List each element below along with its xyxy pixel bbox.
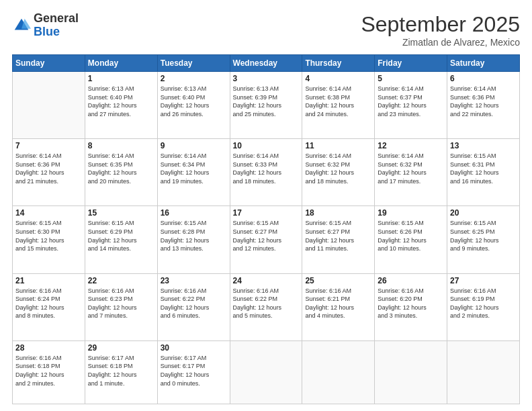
table-row: 19Sunrise: 6:15 AM Sunset: 6:26 PM Dayli… [375, 206, 447, 273]
day-number: 29 [88, 343, 154, 353]
table-row: 13Sunrise: 6:15 AM Sunset: 6:31 PM Dayli… [447, 139, 520, 206]
calendar-week-row: 1Sunrise: 6:13 AM Sunset: 6:40 PM Daylig… [13, 72, 520, 139]
col-thursday: Thursday [302, 55, 375, 72]
page: General Blue September 2025 Zimatlan de … [0, 0, 532, 411]
day-info: Sunrise: 6:15 AM Sunset: 6:27 PM Dayligh… [305, 219, 371, 253]
table-row: 22Sunrise: 6:16 AM Sunset: 6:23 PM Dayli… [85, 273, 157, 340]
day-info: Sunrise: 6:14 AM Sunset: 6:38 PM Dayligh… [305, 85, 371, 118]
table-row: 3Sunrise: 6:13 AM Sunset: 6:39 PM Daylig… [230, 72, 302, 139]
day-info: Sunrise: 6:15 AM Sunset: 6:25 PM Dayligh… [450, 219, 517, 253]
day-info: Sunrise: 6:15 AM Sunset: 6:27 PM Dayligh… [233, 219, 300, 253]
day-number: 28 [15, 343, 82, 353]
table-row: 7Sunrise: 6:14 AM Sunset: 6:36 PM Daylig… [13, 139, 85, 206]
col-wednesday: Wednesday [230, 55, 302, 72]
table-row: 20Sunrise: 6:15 AM Sunset: 6:25 PM Dayli… [447, 206, 520, 273]
table-row: 29Sunrise: 6:17 AM Sunset: 6:18 PM Dayli… [85, 340, 157, 404]
table-row: 23Sunrise: 6:16 AM Sunset: 6:22 PM Dayli… [157, 273, 230, 340]
day-info: Sunrise: 6:15 AM Sunset: 6:29 PM Dayligh… [88, 219, 154, 253]
table-row [375, 340, 447, 404]
day-number: 19 [378, 208, 444, 218]
table-row: 2Sunrise: 6:13 AM Sunset: 6:40 PM Daylig… [157, 72, 230, 139]
day-number: 18 [305, 208, 371, 218]
day-number: 9 [161, 141, 227, 150]
day-number: 14 [15, 208, 82, 218]
day-info: Sunrise: 6:16 AM Sunset: 6:23 PM Dayligh… [88, 287, 154, 320]
day-number: 3 [233, 74, 300, 83]
day-info: Sunrise: 6:14 AM Sunset: 6:33 PM Dayligh… [233, 152, 300, 185]
table-row: 16Sunrise: 6:15 AM Sunset: 6:28 PM Dayli… [157, 206, 230, 273]
table-row [302, 340, 375, 404]
month-title: September 2025 [361, 12, 520, 37]
day-number: 1 [88, 74, 154, 83]
day-number: 20 [450, 208, 517, 218]
table-row: 1Sunrise: 6:13 AM Sunset: 6:40 PM Daylig… [85, 72, 157, 139]
day-info: Sunrise: 6:14 AM Sunset: 6:32 PM Dayligh… [305, 152, 371, 185]
table-row: 12Sunrise: 6:14 AM Sunset: 6:32 PM Dayli… [375, 139, 447, 206]
day-info: Sunrise: 6:14 AM Sunset: 6:35 PM Dayligh… [88, 152, 154, 185]
table-row: 28Sunrise: 6:16 AM Sunset: 6:18 PM Dayli… [13, 340, 85, 404]
day-info: Sunrise: 6:17 AM Sunset: 6:18 PM Dayligh… [88, 354, 154, 387]
table-row [447, 340, 520, 404]
day-number: 25 [305, 276, 371, 285]
table-row: 21Sunrise: 6:16 AM Sunset: 6:24 PM Dayli… [13, 273, 85, 340]
day-number: 21 [15, 276, 82, 285]
table-row: 8Sunrise: 6:14 AM Sunset: 6:35 PM Daylig… [85, 139, 157, 206]
day-info: Sunrise: 6:16 AM Sunset: 6:24 PM Dayligh… [15, 287, 82, 320]
table-row [230, 340, 302, 404]
table-row: 18Sunrise: 6:15 AM Sunset: 6:27 PM Dayli… [302, 206, 375, 273]
title-section: September 2025 Zimatlan de Alvarez, Mexi… [361, 12, 520, 48]
calendar-week-row: 28Sunrise: 6:16 AM Sunset: 6:18 PM Dayli… [13, 340, 520, 404]
day-info: Sunrise: 6:15 AM Sunset: 6:30 PM Dayligh… [15, 219, 82, 253]
day-number: 10 [233, 141, 300, 150]
table-row: 6Sunrise: 6:14 AM Sunset: 6:36 PM Daylig… [447, 72, 520, 139]
day-number: 22 [88, 276, 154, 285]
day-number: 8 [88, 141, 154, 150]
day-info: Sunrise: 6:13 AM Sunset: 6:40 PM Dayligh… [88, 85, 154, 118]
table-row: 4Sunrise: 6:14 AM Sunset: 6:38 PM Daylig… [302, 72, 375, 139]
calendar-week-row: 7Sunrise: 6:14 AM Sunset: 6:36 PM Daylig… [13, 139, 520, 206]
day-number: 27 [450, 276, 517, 285]
day-number: 24 [233, 276, 300, 285]
logo-text: General Blue [34, 12, 79, 39]
day-info: Sunrise: 6:16 AM Sunset: 6:22 PM Dayligh… [161, 287, 227, 320]
day-info: Sunrise: 6:14 AM Sunset: 6:32 PM Dayligh… [378, 152, 444, 185]
location-subtitle: Zimatlan de Alvarez, Mexico [361, 37, 520, 48]
day-number: 12 [378, 141, 444, 150]
day-info: Sunrise: 6:16 AM Sunset: 6:18 PM Dayligh… [15, 354, 82, 387]
col-saturday: Saturday [447, 55, 520, 72]
day-info: Sunrise: 6:14 AM Sunset: 6:37 PM Dayligh… [378, 85, 444, 118]
logo-icon [12, 16, 31, 35]
day-info: Sunrise: 6:14 AM Sunset: 6:34 PM Dayligh… [161, 152, 227, 185]
day-info: Sunrise: 6:16 AM Sunset: 6:22 PM Dayligh… [233, 287, 300, 320]
logo-blue: Blue [34, 26, 79, 39]
day-info: Sunrise: 6:17 AM Sunset: 6:17 PM Dayligh… [161, 354, 227, 387]
col-tuesday: Tuesday [157, 55, 230, 72]
table-row: 14Sunrise: 6:15 AM Sunset: 6:30 PM Dayli… [13, 206, 85, 273]
day-info: Sunrise: 6:15 AM Sunset: 6:26 PM Dayligh… [378, 219, 444, 253]
table-row: 10Sunrise: 6:14 AM Sunset: 6:33 PM Dayli… [230, 139, 302, 206]
logo-general: General [34, 12, 79, 26]
table-row: 30Sunrise: 6:17 AM Sunset: 6:17 PM Dayli… [157, 340, 230, 404]
table-row [13, 72, 85, 139]
day-number: 5 [378, 74, 444, 83]
day-info: Sunrise: 6:15 AM Sunset: 6:28 PM Dayligh… [161, 219, 227, 253]
day-info: Sunrise: 6:14 AM Sunset: 6:36 PM Dayligh… [15, 152, 82, 185]
table-row: 27Sunrise: 6:16 AM Sunset: 6:19 PM Dayli… [447, 273, 520, 340]
day-number: 15 [88, 208, 154, 218]
day-number: 11 [305, 141, 371, 150]
table-row: 24Sunrise: 6:16 AM Sunset: 6:22 PM Dayli… [230, 273, 302, 340]
day-info: Sunrise: 6:16 AM Sunset: 6:20 PM Dayligh… [378, 287, 444, 320]
day-number: 13 [450, 141, 517, 150]
day-info: Sunrise: 6:15 AM Sunset: 6:31 PM Dayligh… [450, 152, 517, 185]
table-row: 25Sunrise: 6:16 AM Sunset: 6:21 PM Dayli… [302, 273, 375, 340]
table-row: 17Sunrise: 6:15 AM Sunset: 6:27 PM Dayli… [230, 206, 302, 273]
calendar-week-row: 14Sunrise: 6:15 AM Sunset: 6:30 PM Dayli… [13, 206, 520, 273]
day-info: Sunrise: 6:13 AM Sunset: 6:40 PM Dayligh… [161, 85, 227, 118]
table-row: 5Sunrise: 6:14 AM Sunset: 6:37 PM Daylig… [375, 72, 447, 139]
calendar-table: Sunday Monday Tuesday Wednesday Thursday… [12, 54, 520, 404]
header: General Blue September 2025 Zimatlan de … [12, 12, 520, 48]
day-info: Sunrise: 6:13 AM Sunset: 6:39 PM Dayligh… [233, 85, 300, 118]
calendar-header-row: Sunday Monday Tuesday Wednesday Thursday… [13, 55, 520, 72]
day-number: 26 [378, 276, 444, 285]
day-number: 30 [161, 343, 227, 353]
